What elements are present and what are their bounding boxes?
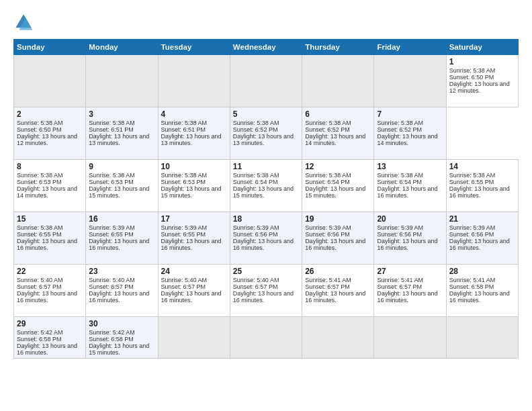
sunrise-text: Sunrise: 5:38 AM	[305, 172, 351, 179]
day-number: 18	[233, 214, 299, 224]
cell-1-3	[158, 55, 230, 107]
daylight-text: Daylight: 13 hours and 15 minutes.	[89, 342, 149, 356]
sunset-text: Sunset: 6:57 PM	[89, 283, 134, 290]
sunrise-text: Sunrise: 5:38 AM	[377, 120, 423, 126]
daylight-text: Daylight: 13 hours and 16 minutes.	[449, 238, 510, 251]
col-header-thursday: Thursday	[302, 40, 374, 55]
daylight-text: Daylight: 13 hours and 16 minutes.	[233, 238, 294, 251]
sunset-text: Sunset: 6:58 PM	[89, 336, 134, 342]
day-number: 4	[161, 109, 227, 119]
cell-5-2: 23Sunrise: 5:40 AMSunset: 6:57 PMDayligh…	[86, 265, 158, 317]
cell-4-1: 15Sunrise: 5:38 AMSunset: 6:55 PMDayligh…	[14, 212, 86, 265]
sunrise-text: Sunrise: 5:38 AM	[233, 172, 279, 179]
daylight-text: Daylight: 13 hours and 13 minutes.	[161, 133, 222, 146]
page-header	[13, 12, 519, 32]
day-number: 27	[377, 267, 443, 276]
sunset-text: Sunset: 6:57 PM	[17, 283, 62, 290]
cell-6-2: 30Sunrise: 5:42 AMSunset: 6:58 PMDayligh…	[86, 317, 158, 359]
cell-3-4: 11Sunrise: 5:38 AMSunset: 6:54 PMDayligh…	[230, 160, 302, 212]
day-number: 2	[17, 109, 83, 119]
col-header-friday: Friday	[374, 40, 446, 55]
daylight-text: Daylight: 13 hours and 16 minutes.	[449, 185, 510, 199]
day-number: 1	[449, 57, 515, 66]
week-row-1: 1Sunrise: 5:38 AMSunset: 6:50 PMDaylight…	[14, 55, 519, 107]
daylight-text: Daylight: 13 hours and 12 minutes.	[449, 81, 510, 94]
sunset-text: Sunset: 6:57 PM	[233, 283, 278, 290]
sunset-text: Sunset: 6:56 PM	[449, 231, 494, 238]
logo	[13, 12, 36, 32]
daylight-text: Daylight: 13 hours and 16 minutes.	[17, 342, 77, 356]
cell-3-6: 13Sunrise: 5:38 AMSunset: 6:54 PMDayligh…	[374, 160, 446, 212]
sunset-text: Sunset: 6:54 PM	[377, 179, 422, 185]
cell-5-3: 24Sunrise: 5:40 AMSunset: 6:57 PMDayligh…	[158, 265, 230, 317]
day-number: 24	[161, 267, 227, 276]
sunset-text: Sunset: 6:52 PM	[305, 126, 350, 133]
cell-6-7	[446, 317, 518, 359]
day-number: 10	[161, 162, 227, 171]
sunrise-text: Sunrise: 5:42 AM	[17, 329, 63, 336]
calendar-page: SundayMondayTuesdayWednesdayThursdayFrid…	[0, 0, 532, 411]
cell-3-5: 12Sunrise: 5:38 AMSunset: 6:54 PMDayligh…	[302, 160, 374, 212]
sunrise-text: Sunrise: 5:41 AM	[449, 277, 496, 283]
sunrise-text: Sunrise: 5:38 AM	[89, 120, 135, 126]
day-number: 22	[17, 267, 83, 276]
cell-3-7: 14Sunrise: 5:38 AMSunset: 6:55 PMDayligh…	[446, 160, 518, 212]
cell-3-1: 8Sunrise: 5:38 AMSunset: 6:53 PMDaylight…	[14, 160, 86, 212]
day-number: 5	[233, 109, 299, 119]
day-number: 26	[305, 267, 371, 276]
sunset-text: Sunset: 6:53 PM	[161, 179, 206, 185]
cell-2-2: 3Sunrise: 5:38 AMSunset: 6:51 PMDaylight…	[86, 107, 158, 160]
sunrise-text: Sunrise: 5:40 AM	[17, 277, 63, 283]
cell-1-1	[14, 55, 86, 107]
cell-2-1: 2Sunrise: 5:38 AMSunset: 6:50 PMDaylight…	[14, 107, 86, 160]
day-number: 16	[89, 214, 154, 224]
sunset-text: Sunset: 6:56 PM	[233, 231, 278, 238]
sunset-text: Sunset: 6:55 PM	[89, 231, 134, 238]
sunset-text: Sunset: 6:55 PM	[161, 231, 206, 238]
cell-2-6: 7Sunrise: 5:38 AMSunset: 6:52 PMDaylight…	[374, 107, 446, 160]
sunrise-text: Sunrise: 5:39 AM	[449, 224, 496, 231]
day-number: 29	[17, 319, 83, 328]
sunset-text: Sunset: 6:55 PM	[17, 231, 62, 238]
cell-1-7: 1Sunrise: 5:38 AMSunset: 6:50 PMDaylight…	[446, 55, 518, 107]
cell-3-2: 9Sunrise: 5:38 AMSunset: 6:53 PMDaylight…	[86, 160, 158, 212]
cell-4-3: 17Sunrise: 5:39 AMSunset: 6:55 PMDayligh…	[158, 212, 230, 265]
sunset-text: Sunset: 6:52 PM	[377, 126, 422, 133]
sunrise-text: Sunrise: 5:38 AM	[17, 172, 63, 179]
daylight-text: Daylight: 13 hours and 15 minutes.	[233, 185, 294, 199]
sunrise-text: Sunrise: 5:38 AM	[449, 172, 496, 179]
day-number: 3	[89, 109, 154, 119]
day-number: 17	[161, 214, 227, 224]
col-header-saturday: Saturday	[446, 40, 518, 55]
sunset-text: Sunset: 6:53 PM	[89, 179, 134, 185]
sunset-text: Sunset: 6:50 PM	[449, 74, 494, 81]
col-header-monday: Monday	[86, 40, 158, 55]
sunrise-text: Sunrise: 5:39 AM	[161, 224, 208, 231]
sunset-text: Sunset: 6:57 PM	[161, 283, 206, 290]
daylight-text: Daylight: 13 hours and 15 minutes.	[89, 185, 149, 199]
cell-1-4	[230, 55, 302, 107]
daylight-text: Daylight: 13 hours and 16 minutes.	[89, 290, 149, 304]
daylight-text: Daylight: 13 hours and 16 minutes.	[161, 238, 222, 251]
daylight-text: Daylight: 13 hours and 16 minutes.	[89, 238, 149, 251]
day-number: 30	[89, 319, 154, 328]
daylight-text: Daylight: 13 hours and 14 minutes.	[17, 185, 77, 199]
day-number: 8	[17, 162, 83, 171]
sunrise-text: Sunrise: 5:42 AM	[89, 329, 135, 336]
daylight-text: Daylight: 13 hours and 16 minutes.	[17, 238, 77, 251]
week-row-6: 29Sunrise: 5:42 AMSunset: 6:58 PMDayligh…	[14, 317, 519, 359]
daylight-text: Daylight: 13 hours and 16 minutes.	[449, 290, 510, 304]
sunrise-text: Sunrise: 5:39 AM	[305, 224, 351, 231]
sunrise-text: Sunrise: 5:40 AM	[161, 277, 208, 283]
daylight-text: Daylight: 13 hours and 15 minutes.	[305, 185, 365, 199]
header-row: SundayMondayTuesdayWednesdayThursdayFrid…	[14, 40, 519, 55]
day-number: 9	[89, 162, 154, 171]
sunrise-text: Sunrise: 5:38 AM	[377, 172, 423, 179]
sunset-text: Sunset: 6:51 PM	[89, 126, 134, 133]
day-number: 21	[449, 214, 515, 224]
sunrise-text: Sunrise: 5:38 AM	[233, 120, 279, 126]
sunset-text: Sunset: 6:58 PM	[449, 283, 494, 290]
cell-2-3: 4Sunrise: 5:38 AMSunset: 6:51 PMDaylight…	[158, 107, 230, 160]
sunrise-text: Sunrise: 5:38 AM	[89, 172, 135, 179]
cell-2-4: 5Sunrise: 5:38 AMSunset: 6:52 PMDaylight…	[230, 107, 302, 160]
